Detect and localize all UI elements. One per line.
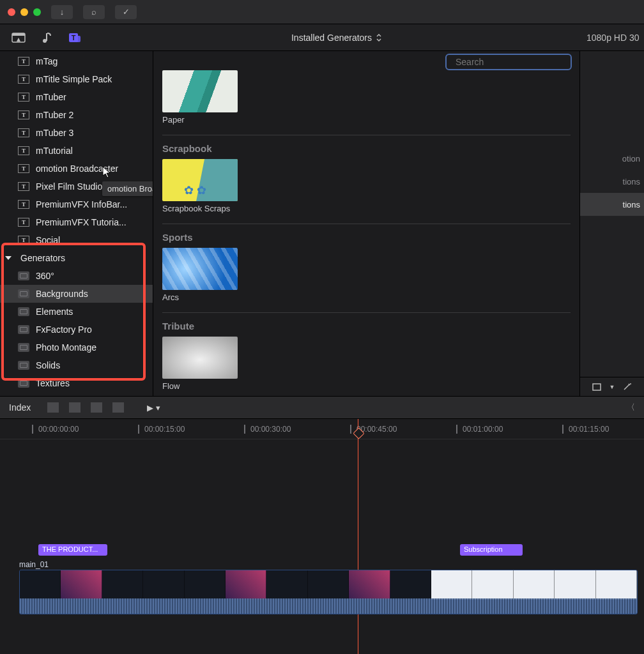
timeline-marker[interactable]: THE PRODUCT... [38, 544, 107, 556]
sidebar-item[interactable]: Elements [0, 303, 153, 321]
window-titlebar: ↓ ⌕ ✓ [0, 0, 644, 24]
clip-frame [20, 570, 61, 600]
sidebar-item[interactable]: Textures [0, 374, 153, 392]
import-button[interactable]: ↓ [51, 5, 73, 19]
section-header: Sports [162, 224, 571, 243]
overwrite-clip-icon[interactable] [112, 402, 124, 413]
inspector-row[interactable]: otion [580, 147, 644, 170]
ruler-tick: 00:01:15:00 [562, 425, 609, 434]
svg-rect-7 [75, 36, 80, 42]
connect-clip-icon[interactable] [47, 402, 59, 413]
sidebar-item-label: Solids [36, 360, 60, 370]
clip-frame [514, 570, 555, 600]
sidebar-item[interactable]: TSocial [0, 231, 153, 249]
keyword-button[interactable]: ⌕ [83, 5, 105, 19]
title-icon: T [18, 236, 29, 245]
primary-storyline-clip[interactable] [19, 570, 638, 614]
minimize-window[interactable] [20, 8, 28, 16]
audio-waveform [20, 598, 637, 614]
sidebar-item[interactable]: TmTutorial [0, 142, 153, 160]
timeline-ruler[interactable]: 00:00:00:0000:00:15:0000:00:30:0000:00:4… [0, 419, 644, 439]
title-icon: T [18, 200, 29, 209]
title-icon: T [18, 164, 29, 173]
chevron-down-icon[interactable]: ▼ [610, 384, 615, 390]
sidebar-item-label: Elements [36, 307, 73, 317]
sidebar-item-label: PremiumVFX Tutoria... [36, 217, 126, 227]
ruler-tick: 00:00:00:00 [32, 425, 79, 434]
clip-frame [61, 570, 102, 600]
index-button[interactable]: Index [9, 402, 31, 413]
svg-rect-1 [12, 33, 25, 36]
playhead[interactable] [358, 419, 358, 654]
browser-breadcrumb[interactable]: Installed Generators [93, 33, 580, 43]
crop-icon[interactable] [592, 383, 602, 392]
sidebar-item[interactable]: TmTuber [0, 88, 153, 106]
generator-thumbnail[interactable] [162, 248, 238, 290]
timeline-toolbar: Index ▶ ▾ 〈 [0, 396, 644, 419]
magic-wand-icon[interactable] [622, 383, 632, 392]
title-icon: T [18, 182, 29, 191]
timeline-history-back[interactable]: 〈 [627, 402, 635, 413]
search-input[interactable] [456, 57, 567, 67]
sidebar-item-label: Backgrounds [36, 289, 88, 299]
generator-thumbnail[interactable] [162, 70, 238, 112]
title-icon: T [18, 128, 29, 137]
inspector-row[interactable]: tions [580, 170, 644, 193]
clip-name-label: main_01 [19, 560, 49, 569]
timeline-marker[interactable]: Subscription [460, 544, 523, 556]
tools-menu[interactable]: ▶ ▾ [147, 403, 160, 413]
clip-frame [143, 570, 184, 600]
clip-frame [266, 570, 307, 600]
append-clip-icon[interactable] [91, 402, 102, 413]
media-browser-icon[interactable] [12, 31, 26, 45]
sidebar-item-label: FxFactory Pro [36, 324, 92, 335]
viewer-format-label: 1080p HD 30 [580, 33, 644, 43]
titles-generators-icon[interactable]: T [68, 31, 82, 45]
sidebar-item-label: mTuber 3 [36, 128, 73, 138]
title-icon: T [18, 146, 29, 155]
background-tasks-button[interactable]: ✓ [115, 5, 137, 19]
sidebar-item[interactable]: TPremiumVFX Tutoria... [0, 213, 153, 231]
sidebar-item-label: 360° [36, 271, 54, 281]
inspector-row[interactable]: tions [580, 193, 644, 216]
sidebar-item[interactable]: TmTuber 2 [0, 106, 153, 124]
sidebar-item[interactable]: TmTitle Simple Pack [0, 70, 153, 88]
timeline[interactable]: 00:00:00:0000:00:15:0000:00:30:0000:00:4… [0, 419, 644, 654]
thumbnail-caption: Arcs [162, 293, 571, 302]
clip-frame [596, 570, 637, 600]
clip-frame [431, 570, 472, 600]
sidebar-item[interactable]: Tomotion Broadcaster [0, 160, 153, 178]
sidebar-item[interactable]: TPremiumVFX InfoBar... [0, 195, 153, 213]
search-field[interactable] [445, 54, 572, 70]
clip-frame [349, 570, 390, 600]
sidebar-item-label: mTuber 2 [36, 110, 73, 120]
generator-thumbnail[interactable] [162, 159, 238, 201]
sidebar-item[interactable]: TmTag [0, 52, 153, 70]
generators-browser: PaperScrapbookScrapbook ScrapsSportsArcs… [153, 51, 580, 396]
sidebar-category-generators[interactable]: Generators [0, 249, 153, 267]
generator-thumbnail[interactable] [162, 337, 238, 379]
sidebar-item[interactable]: Photo Montage [0, 338, 153, 356]
sidebar-item[interactable]: Backgrounds [0, 285, 153, 303]
sidebar-item-label: mTag [36, 56, 57, 66]
ruler-tick: 00:00:15:00 [138, 425, 185, 434]
disclosure-triangle-icon [5, 256, 12, 260]
sidebar-item[interactable]: 360° [0, 267, 153, 285]
sidebar-item[interactable]: TmTuber 3 [0, 124, 153, 142]
insert-clip-icon[interactable] [69, 402, 80, 413]
chevron-sort-icon [376, 33, 382, 42]
title-icon: T [18, 110, 29, 119]
tooltip: omotion Broadcaster [102, 181, 153, 196]
section-header: Scrapbook [162, 135, 571, 154]
clip-frame [185, 570, 226, 600]
svg-marker-2 [17, 38, 20, 42]
audio-browser-icon[interactable] [40, 31, 54, 45]
close-window[interactable] [8, 8, 15, 16]
sidebar-item[interactable]: FxFactory Pro [0, 321, 153, 338]
sidebar-item-label: omotion Broadcaster [36, 164, 118, 174]
clip-frame [102, 570, 143, 600]
sidebar-item-label: Pixel Film Studios [36, 181, 107, 192]
zoom-window[interactable] [33, 8, 41, 16]
sidebar-item[interactable]: Solids [0, 356, 153, 374]
inspector-panel: otiontionstions ▼ [580, 51, 644, 396]
